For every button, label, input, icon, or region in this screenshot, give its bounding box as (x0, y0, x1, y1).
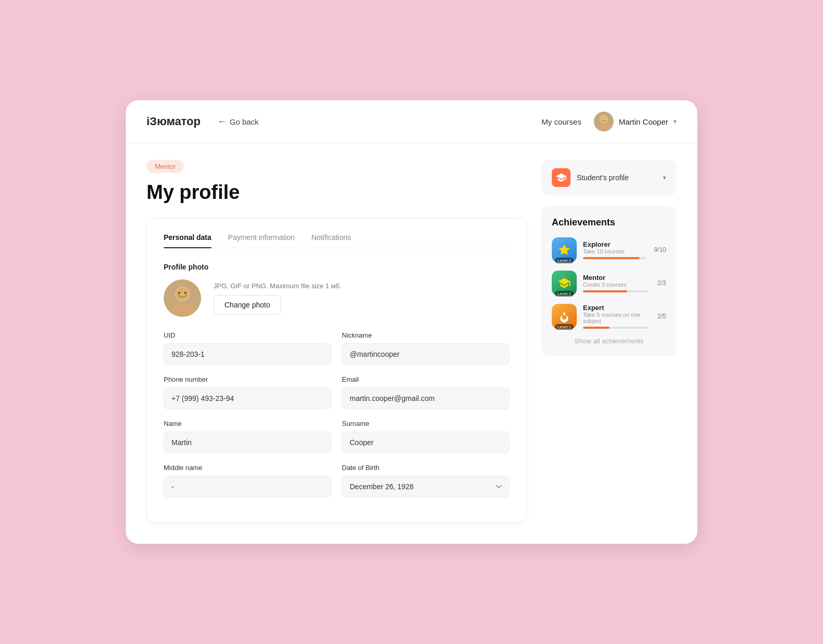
profile-photo (164, 279, 201, 317)
mentor-icon: Level 2 (552, 271, 577, 296)
phone-group: Phone number (164, 375, 331, 409)
main-content: Mentor My profile Personal data Payment … (126, 143, 697, 544)
header-left: iЗюматор ← Go back (147, 115, 259, 128)
expert-info: Expert Take 5 courses on one subject (583, 304, 649, 329)
email-input[interactable] (342, 387, 510, 409)
expert-count: 2/5 (657, 313, 666, 320)
expert-icon: Level 1 (552, 304, 577, 329)
app-container: iЗюматор ← Go back My courses (126, 100, 697, 544)
uid-label: UID (164, 331, 331, 339)
back-label: Go back (230, 117, 259, 126)
uid-nickname-row: UID Nickname (164, 331, 510, 365)
middle-name-label: Middle name (164, 464, 331, 472)
mentor-badge: Mentor (147, 160, 184, 173)
expert-desc: Take 5 courses on one subject (583, 312, 649, 324)
phone-input[interactable] (164, 387, 331, 409)
explorer-info: Explorer Take 10 courses (583, 240, 646, 259)
dob-label: Date of Birth (342, 464, 510, 472)
profile-card: Personal data Payment information Notifi… (147, 218, 527, 523)
achievement-item-mentor: Level 2 Mentor Create 3 courses 2/3 (552, 271, 666, 296)
tab-payment[interactable]: Payment information (228, 233, 295, 248)
achievements-card: Achievements Level 3 Explorer Take 10 co… (541, 206, 676, 356)
header: iЗюматор ← Go back My courses (126, 100, 697, 143)
student-profile-label: Student's profile (577, 173, 629, 182)
svg-point-7 (176, 287, 189, 301)
achievement-item-explorer: Level 3 Explorer Take 10 courses 9/10 (552, 237, 666, 262)
dob-select[interactable]: December 26, 1928 (342, 476, 510, 498)
explorer-level-badge: Level 3 (555, 258, 574, 263)
nickname-group: Nickname (342, 331, 510, 365)
explorer-icon: Level 3 (552, 237, 577, 262)
avatar-image (594, 112, 614, 131)
explorer-name: Explorer (583, 240, 646, 248)
student-icon (552, 168, 570, 187)
nickname-label: Nickname (342, 331, 510, 339)
my-courses-button[interactable]: My courses (541, 117, 581, 126)
tab-personal-data[interactable]: Personal data (164, 233, 211, 248)
mentor-graduation-icon (557, 276, 571, 290)
expert-progress-fill (583, 327, 609, 329)
expert-progress-bar (583, 327, 649, 329)
avatar (594, 112, 614, 131)
explorer-count: 9/10 (654, 246, 666, 253)
mentor-count: 2/3 (657, 279, 666, 287)
mentor-progress-fill (583, 290, 627, 292)
back-button[interactable]: ← Go back (217, 116, 259, 127)
nickname-input[interactable] (342, 343, 510, 365)
name-surname-row: Name Surname (164, 420, 510, 453)
expert-fire-icon (557, 310, 571, 323)
explorer-star-icon (557, 243, 571, 257)
phone-label: Phone number (164, 375, 331, 383)
mentor-name: Mentor (583, 274, 649, 281)
name-group: Name (164, 420, 331, 453)
user-name: Martin Cooper (619, 117, 668, 126)
photo-row: JPG, GIF or PNG. Maximum file size 1 мб.… (164, 279, 510, 317)
explorer-progress-fill (583, 257, 640, 259)
back-arrow-icon: ← (217, 116, 227, 127)
surname-group: Surname (342, 420, 510, 453)
graduation-icon (555, 172, 567, 183)
right-column: Student's profile ▾ Achievements Level 3 (541, 160, 676, 523)
header-right: My courses Martin Cooper ▾ (541, 112, 676, 131)
dob-group: Date of Birth December 26, 1928 (342, 464, 510, 498)
change-photo-button[interactable]: Change photo (214, 295, 281, 315)
email-group: Email (342, 375, 510, 409)
student-profile-dropdown-icon: ▾ (663, 174, 666, 181)
profile-photo-label: Profile photo (164, 263, 510, 271)
uid-group: UID (164, 331, 331, 365)
left-column: Mentor My profile Personal data Payment … (147, 160, 527, 523)
explorer-desc: Take 10 courses (583, 248, 646, 254)
photo-hint: JPG, GIF or PNG. Maximum file size 1 мб. (214, 282, 341, 290)
mentor-desc: Create 3 courses (583, 281, 649, 288)
mentor-info: Mentor Create 3 courses (583, 274, 649, 292)
svg-point-8 (178, 292, 180, 294)
svg-point-9 (184, 292, 187, 294)
svg-point-3 (600, 116, 607, 123)
achievement-item-expert: Level 1 Expert Take 5 courses on one sub… (552, 304, 666, 329)
page-title: My profile (147, 181, 527, 204)
mentor-level-badge: Level 2 (555, 291, 574, 297)
expert-name: Expert (583, 304, 649, 312)
expert-level-badge: Level 1 (555, 324, 574, 330)
student-profile-left: Student's profile (552, 168, 629, 187)
student-profile-card[interactable]: Student's profile ▾ (541, 160, 676, 195)
phone-email-row: Phone number Email (164, 375, 510, 409)
user-info[interactable]: Martin Cooper ▾ (594, 112, 676, 131)
tabs: Personal data Payment information Notifi… (164, 233, 510, 248)
tab-notifications[interactable]: Notifications (311, 233, 351, 248)
logo: iЗюматор (147, 115, 201, 128)
email-label: Email (342, 375, 510, 383)
show-all-link[interactable]: Show all achievements (552, 337, 666, 345)
achievements-title: Achievements (552, 217, 666, 228)
uid-input[interactable] (164, 343, 331, 365)
mentor-progress-bar (583, 290, 649, 292)
profile-photo-image (164, 279, 201, 317)
middle-dob-row: Middle name Date of Birth December 26, 1… (164, 464, 510, 498)
photo-info: JPG, GIF or PNG. Maximum file size 1 мб.… (214, 282, 341, 315)
surname-input[interactable] (342, 432, 510, 453)
user-dropdown-icon: ▾ (673, 118, 676, 125)
name-input[interactable] (164, 432, 331, 453)
name-label: Name (164, 420, 331, 427)
middle-name-group: Middle name (164, 464, 331, 498)
middle-name-input[interactable] (164, 476, 331, 498)
